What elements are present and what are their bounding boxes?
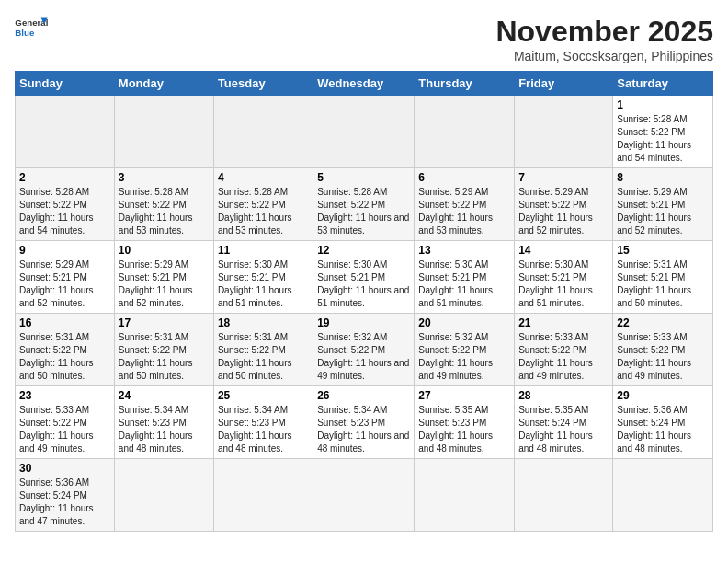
day-number: 13 bbox=[418, 244, 510, 257]
day-number: 15 bbox=[617, 244, 709, 257]
calendar-day-cell: 10 Sunrise: 5:29 AM Sunset: 5:21 PM Dayl… bbox=[114, 241, 213, 314]
calendar-day-cell: 19 Sunrise: 5:32 AM Sunset: 5:22 PM Dayl… bbox=[313, 314, 415, 386]
calendar-week-row: 23 Sunrise: 5:33 AM Sunset: 5:22 PM Dayl… bbox=[16, 386, 713, 459]
sunrise-text: Sunrise: 5:29 AM bbox=[418, 187, 488, 197]
sunset-text: Sunset: 5:22 PM bbox=[218, 345, 286, 355]
calendar-day-cell: 26 Sunrise: 5:34 AM Sunset: 5:23 PM Dayl… bbox=[313, 386, 415, 459]
day-number: 14 bbox=[518, 244, 609, 257]
day-info: Sunrise: 5:29 AM Sunset: 5:21 PM Dayligh… bbox=[19, 259, 110, 310]
sunrise-text: Sunrise: 5:30 AM bbox=[317, 259, 387, 270]
sunrise-text: Sunrise: 5:28 AM bbox=[617, 114, 687, 124]
sunset-text: Sunset: 5:22 PM bbox=[218, 200, 286, 210]
calendar-day-cell: 4 Sunrise: 5:28 AM Sunset: 5:22 PM Dayli… bbox=[213, 168, 313, 241]
sunset-text: Sunset: 5:23 PM bbox=[418, 418, 486, 428]
day-info: Sunrise: 5:35 AM Sunset: 5:23 PM Dayligh… bbox=[418, 404, 510, 455]
daylight-text: Daylight: 11 hours and 49 minutes. bbox=[418, 358, 493, 381]
day-info: Sunrise: 5:33 AM Sunset: 5:22 PM Dayligh… bbox=[518, 331, 609, 383]
daylight-text: Daylight: 11 hours and 48 minutes. bbox=[518, 431, 593, 454]
day-info: Sunrise: 5:33 AM Sunset: 5:22 PM Dayligh… bbox=[617, 331, 709, 383]
daylight-text: Daylight: 11 hours and 51 minutes. bbox=[317, 285, 409, 308]
sunrise-text: Sunrise: 5:35 AM bbox=[418, 405, 488, 415]
header-saturday: Saturday bbox=[613, 72, 713, 96]
calendar-day-cell: 17 Sunrise: 5:31 AM Sunset: 5:22 PM Dayl… bbox=[114, 314, 213, 386]
month-year-title: November 2025 bbox=[495, 15, 713, 49]
sunset-text: Sunset: 5:21 PM bbox=[617, 272, 685, 282]
daylight-text: Daylight: 11 hours and 52 minutes. bbox=[119, 285, 193, 308]
sunset-text: Sunset: 5:21 PM bbox=[518, 272, 586, 282]
header-sunday: Sunday bbox=[16, 72, 115, 96]
day-info: Sunrise: 5:28 AM Sunset: 5:22 PM Dayligh… bbox=[19, 186, 110, 237]
sunrise-text: Sunrise: 5:34 AM bbox=[119, 405, 188, 415]
day-number: 2 bbox=[19, 171, 110, 184]
logo: General Blue bbox=[15, 15, 48, 42]
daylight-text: Daylight: 11 hours and 50 minutes. bbox=[617, 285, 691, 308]
calendar-day-cell: 25 Sunrise: 5:34 AM Sunset: 5:23 PM Dayl… bbox=[213, 386, 313, 459]
daylight-text: Daylight: 11 hours and 53 minutes. bbox=[119, 213, 193, 236]
calendar-day-cell: 2 Sunrise: 5:28 AM Sunset: 5:22 PM Dayli… bbox=[16, 168, 115, 241]
calendar-day-cell: 15 Sunrise: 5:31 AM Sunset: 5:21 PM Dayl… bbox=[613, 241, 713, 314]
sunrise-text: Sunrise: 5:29 AM bbox=[19, 259, 89, 270]
day-info: Sunrise: 5:36 AM Sunset: 5:24 PM Dayligh… bbox=[19, 477, 110, 528]
calendar-week-row: 1 Sunrise: 5:28 AM Sunset: 5:22 PM Dayli… bbox=[16, 96, 713, 168]
calendar-day-cell: 30 Sunrise: 5:36 AM Sunset: 5:24 PM Dayl… bbox=[16, 459, 115, 532]
sunset-text: Sunset: 5:24 PM bbox=[19, 490, 87, 500]
calendar-day-cell: 21 Sunrise: 5:33 AM Sunset: 5:22 PM Dayl… bbox=[515, 314, 613, 386]
calendar-day-cell: 24 Sunrise: 5:34 AM Sunset: 5:23 PM Dayl… bbox=[114, 386, 213, 459]
calendar-day-cell: 5 Sunrise: 5:28 AM Sunset: 5:22 PM Dayli… bbox=[313, 168, 415, 241]
sunrise-text: Sunrise: 5:32 AM bbox=[418, 332, 488, 342]
sunrise-text: Sunrise: 5:29 AM bbox=[518, 187, 588, 197]
sunrise-text: Sunrise: 5:36 AM bbox=[617, 405, 687, 415]
sunset-text: Sunset: 5:22 PM bbox=[617, 345, 685, 355]
sunset-text: Sunset: 5:21 PM bbox=[218, 272, 286, 282]
calendar-day-cell bbox=[213, 459, 313, 532]
calendar-day-cell bbox=[415, 459, 515, 532]
day-number: 7 bbox=[518, 171, 609, 184]
day-number: 20 bbox=[418, 316, 510, 329]
day-info: Sunrise: 5:29 AM Sunset: 5:22 PM Dayligh… bbox=[418, 186, 510, 237]
sunrise-text: Sunrise: 5:30 AM bbox=[218, 259, 288, 270]
calendar-day-cell: 29 Sunrise: 5:36 AM Sunset: 5:24 PM Dayl… bbox=[613, 386, 713, 459]
calendar-day-cell: 20 Sunrise: 5:32 AM Sunset: 5:22 PM Dayl… bbox=[415, 314, 515, 386]
page-header: General Blue November 2025 Maitum, Soccs… bbox=[15, 15, 713, 63]
day-number: 5 bbox=[317, 171, 410, 184]
sunset-text: Sunset: 5:22 PM bbox=[518, 200, 586, 210]
daylight-text: Daylight: 11 hours and 52 minutes. bbox=[518, 213, 593, 236]
calendar-day-cell: 6 Sunrise: 5:29 AM Sunset: 5:22 PM Dayli… bbox=[415, 168, 515, 241]
sunrise-text: Sunrise: 5:31 AM bbox=[19, 332, 89, 342]
title-block: November 2025 Maitum, Soccsksargen, Phil… bbox=[495, 15, 713, 63]
calendar-day-cell: 28 Sunrise: 5:35 AM Sunset: 5:24 PM Dayl… bbox=[515, 386, 613, 459]
day-info: Sunrise: 5:36 AM Sunset: 5:24 PM Dayligh… bbox=[617, 404, 709, 455]
calendar-week-row: 16 Sunrise: 5:31 AM Sunset: 5:22 PM Dayl… bbox=[16, 314, 713, 386]
calendar-week-row: 30 Sunrise: 5:36 AM Sunset: 5:24 PM Dayl… bbox=[16, 459, 713, 532]
sunset-text: Sunset: 5:22 PM bbox=[19, 345, 87, 355]
day-info: Sunrise: 5:29 AM Sunset: 5:21 PM Dayligh… bbox=[119, 259, 210, 310]
calendar-day-cell bbox=[114, 96, 213, 168]
sunset-text: Sunset: 5:23 PM bbox=[317, 418, 385, 428]
day-info: Sunrise: 5:28 AM Sunset: 5:22 PM Dayligh… bbox=[617, 113, 709, 165]
daylight-text: Daylight: 11 hours and 51 minutes. bbox=[418, 285, 493, 308]
sunset-text: Sunset: 5:22 PM bbox=[418, 345, 486, 355]
day-info: Sunrise: 5:30 AM Sunset: 5:21 PM Dayligh… bbox=[518, 259, 609, 310]
day-info: Sunrise: 5:34 AM Sunset: 5:23 PM Dayligh… bbox=[317, 404, 410, 455]
sunrise-text: Sunrise: 5:33 AM bbox=[19, 405, 89, 415]
calendar-day-cell: 13 Sunrise: 5:30 AM Sunset: 5:21 PM Dayl… bbox=[415, 241, 515, 314]
day-number: 24 bbox=[119, 389, 210, 402]
sunrise-text: Sunrise: 5:30 AM bbox=[518, 259, 588, 270]
sunset-text: Sunset: 5:22 PM bbox=[317, 200, 385, 210]
daylight-text: Daylight: 11 hours and 50 minutes. bbox=[19, 358, 94, 381]
sunset-text: Sunset: 5:22 PM bbox=[518, 345, 586, 355]
day-number: 12 bbox=[317, 244, 410, 257]
calendar-day-cell bbox=[16, 96, 115, 168]
location-subtitle: Maitum, Soccsksargen, Philippines bbox=[495, 49, 713, 63]
daylight-text: Daylight: 11 hours and 49 minutes. bbox=[19, 431, 94, 454]
calendar-day-cell: 3 Sunrise: 5:28 AM Sunset: 5:22 PM Dayli… bbox=[114, 168, 213, 241]
day-number: 10 bbox=[119, 244, 210, 257]
daylight-text: Daylight: 11 hours and 49 minutes. bbox=[518, 358, 593, 381]
sunrise-text: Sunrise: 5:29 AM bbox=[617, 187, 687, 197]
day-info: Sunrise: 5:35 AM Sunset: 5:24 PM Dayligh… bbox=[518, 404, 609, 455]
sunset-text: Sunset: 5:22 PM bbox=[119, 345, 187, 355]
sunrise-text: Sunrise: 5:34 AM bbox=[317, 405, 387, 415]
calendar-week-row: 9 Sunrise: 5:29 AM Sunset: 5:21 PM Dayli… bbox=[16, 241, 713, 314]
day-number: 16 bbox=[19, 316, 110, 329]
day-number: 26 bbox=[317, 389, 410, 402]
